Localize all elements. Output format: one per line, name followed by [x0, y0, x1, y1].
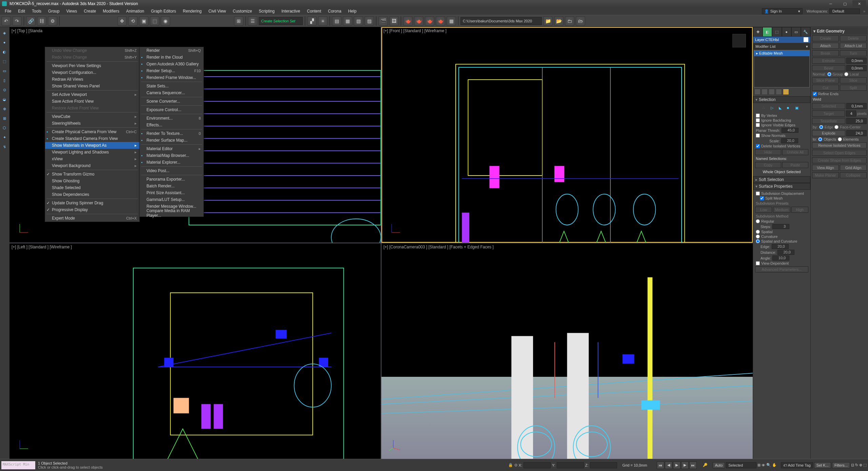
turn-button[interactable]: Turn [840, 50, 867, 56]
steps-spinner[interactable]: 3 [772, 224, 789, 229]
preset-high-button[interactable]: High [791, 207, 808, 213]
menu-item[interactable]: Redraw All Views [45, 76, 139, 83]
left-icon-2[interactable]: ● [1, 39, 8, 46]
viewport-left-label[interactable]: [+] [Left ] [Standard ] [Wireframe ] [12, 245, 72, 249]
prev-frame-button[interactable]: ◀ [665, 462, 672, 469]
menu-item[interactable]: Batch Render... [140, 183, 203, 189]
break-button[interactable]: Break [812, 50, 839, 56]
menu-item[interactable]: Show Ghosting [45, 178, 139, 184]
menu-group[interactable]: Group [45, 8, 63, 14]
weldsel-button[interactable]: Selected [812, 103, 845, 109]
nav5-icon[interactable]: ⊡ [851, 463, 854, 467]
stack-editable-mesh[interactable]: ▸ Editable Mesh [754, 50, 809, 56]
vertex-sub-icon[interactable]: ∴ [763, 106, 769, 112]
menu-item[interactable]: Scene Converter... [140, 98, 203, 105]
menu-help[interactable]: Help [345, 8, 360, 14]
cut-button[interactable]: Cut [812, 85, 839, 91]
menu-item[interactable]: Material Editor▸ [140, 145, 203, 152]
deliso-check[interactable] [756, 144, 760, 148]
menu-modifiers[interactable]: Modifiers [99, 8, 123, 14]
menu-interactive[interactable]: Interactive [278, 8, 303, 14]
weldtarget-button[interactable]: Target [812, 110, 845, 117]
weldtarget-spinner[interactable]: 4 [846, 110, 856, 117]
isolate-icon[interactable]: ⊙ [514, 463, 517, 467]
menu-civilview[interactable]: Civil View [205, 8, 230, 14]
weldsel-spinner[interactable]: 0,1mm [846, 103, 867, 109]
delete-button[interactable]: Delete [840, 35, 867, 41]
menu-animation[interactable]: Animation [123, 8, 147, 14]
collapse-button[interactable]: Collapse [840, 172, 867, 178]
create-button[interactable]: Create [812, 35, 839, 41]
teapot1-icon[interactable]: 🫖 [403, 16, 413, 26]
edge-spinner[interactable]: 20,0 [772, 244, 789, 249]
tab-create[interactable]: ✚ [753, 27, 763, 37]
menu-item[interactable]: ✓Update During Spinner Drag [45, 200, 139, 206]
tab-display[interactable]: ▭ [791, 27, 801, 37]
menu-file[interactable]: File [1, 8, 15, 14]
x-coord-input[interactable] [524, 462, 551, 468]
mirror-button[interactable]: ▞ [307, 16, 317, 26]
menu-item[interactable]: RenderShift+Q [140, 47, 203, 54]
menu-item[interactable]: Expert ModeCtrl+X [45, 215, 139, 222]
viewport-camera-label[interactable]: [+] [CoronaCamera003 ] [Standard ] [Face… [383, 245, 494, 249]
align-button[interactable]: ≡ [318, 16, 328, 26]
curve-editor-button[interactable]: ▦ [343, 16, 352, 26]
render-frame-button[interactable]: 🖼 [389, 16, 399, 26]
left-icon-3[interactable]: ◐ [1, 48, 8, 56]
gridalign-button[interactable]: Grid Align [840, 165, 867, 171]
menu-create[interactable]: Create [80, 8, 99, 14]
to-objects-radio[interactable] [818, 137, 822, 141]
menu-edit[interactable]: Edit [15, 8, 28, 14]
menu-item[interactable]: ▪Create Physical Camera From ViewCtrl+C [45, 128, 139, 135]
menu-item[interactable]: ▪Material Explorer... [140, 159, 203, 166]
selectopen-button[interactable]: Select Open Edges [812, 150, 867, 156]
nav1-icon[interactable]: ⊞ [757, 463, 761, 467]
explode-button[interactable]: Explode [812, 130, 845, 136]
menu-item[interactable]: ✓Progressive Display [45, 206, 139, 213]
tess-edge-radio[interactable] [819, 125, 823, 129]
configure-sets-icon[interactable] [783, 89, 789, 95]
extrude-button[interactable]: Extrude [812, 58, 845, 64]
ignorevis-check[interactable] [756, 123, 760, 127]
left-icon-10[interactable]: ⊞ [1, 115, 8, 122]
viewport-top-label[interactable]: [+] [Top ] [Standa [12, 28, 42, 33]
advparams-button[interactable]: Advanced Parameters... [755, 266, 808, 272]
menu-item[interactable]: Exposure Control... [140, 106, 203, 113]
y-coord-input[interactable] [557, 462, 584, 468]
lock-icon[interactable]: 🔒 [508, 463, 513, 467]
tab-modify[interactable]: ◧ [763, 27, 772, 37]
menu-corona[interactable]: Corona [324, 8, 344, 14]
makeplanar-button[interactable]: Make Planar [812, 172, 839, 178]
folder1-icon[interactable]: 📁 [543, 16, 553, 26]
play-button[interactable]: ▶ [673, 462, 680, 469]
removeiso-button[interactable]: Remove Isolated Vertices [812, 142, 867, 148]
remove-mod-icon[interactable] [776, 89, 782, 95]
folder4-icon[interactable]: 🗁 [576, 16, 585, 26]
goto-end-button[interactable]: ⏭ [689, 462, 697, 469]
menu-item[interactable]: Show Dependencies [45, 191, 139, 198]
menu-item[interactable]: Viewport Per-View Settings [45, 62, 139, 69]
regular-radio[interactable] [756, 219, 760, 223]
addtime-button[interactable]: 🏷 Add Time Tag [781, 462, 813, 468]
folder3-icon[interactable]: 🗀 [565, 16, 574, 26]
copy-sel-button[interactable]: Copy [755, 162, 781, 168]
left-icon-6[interactable]: ▯ [1, 77, 8, 84]
pin-stack-icon[interactable] [754, 89, 761, 95]
viewdep-check[interactable] [756, 261, 760, 265]
rollout-softsel[interactable]: Soft Selection [753, 176, 810, 183]
menu-item[interactable]: Print Size Assistant... [140, 189, 203, 196]
snap-toggle[interactable]: ⊞ [234, 16, 243, 26]
viewport-front[interactable]: [+] [Front ] [Standard ] [Wireframe ] [381, 27, 753, 243]
rollout-surface[interactable]: Surface Properties [753, 183, 810, 190]
layer-row[interactable]: Layer:СТЕНЫ [753, 37, 810, 43]
planar-spinner[interactable]: 45,0 [782, 128, 798, 133]
byvertex-check[interactable] [756, 114, 760, 118]
autokey-button[interactable]: Auto [713, 462, 725, 468]
nav7-icon[interactable]: ⊕ [859, 463, 862, 467]
normal-group-radio[interactable] [827, 72, 831, 76]
normal-local-radio[interactable] [844, 72, 848, 76]
menu-item[interactable]: SteeringWheels▸ [45, 120, 139, 127]
bevel-button[interactable]: Bevel [812, 65, 845, 71]
left-icon-1[interactable]: ◈ [1, 29, 8, 37]
unhide-button[interactable]: Unhide All [782, 149, 808, 155]
